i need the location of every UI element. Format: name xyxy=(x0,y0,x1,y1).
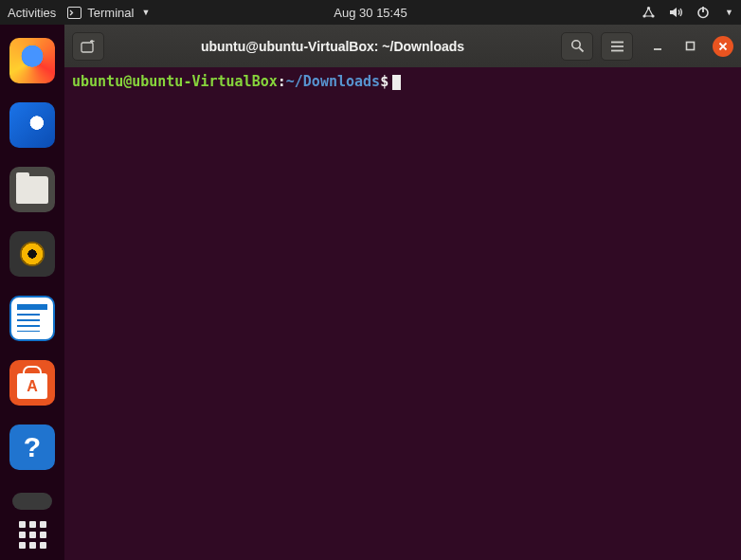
terminal-cursor xyxy=(392,75,401,90)
dock-item-files[interactable] xyxy=(9,167,55,212)
prompt-path: ~/Downloads xyxy=(286,73,380,90)
svg-rect-15 xyxy=(686,43,694,50)
chevron-down-icon: ▼ xyxy=(141,8,150,17)
terminal-icon xyxy=(67,7,81,19)
window-titlebar: ubuntu@ubuntu-VirtualBox: ~/Downloads xyxy=(64,25,741,67)
maximize-button[interactable] xyxy=(680,37,699,56)
prompt-user-host: ubuntu@ubuntu-VirtualBox xyxy=(72,73,278,90)
apps-grid-icon xyxy=(19,521,46,549)
new-tab-icon xyxy=(81,40,96,53)
minimize-icon xyxy=(652,41,663,52)
active-app-menu[interactable]: Terminal ▼ xyxy=(67,6,150,20)
dock-item-help[interactable]: ? xyxy=(9,425,55,470)
dock-item-ubuntu-software[interactable] xyxy=(9,360,55,406)
close-icon xyxy=(718,42,728,51)
prompt-char: $ xyxy=(380,73,389,90)
clock[interactable]: Aug 30 15:45 xyxy=(334,6,407,20)
minimize-button[interactable] xyxy=(648,37,667,56)
system-tray: ▼ xyxy=(642,6,733,19)
svg-point-9 xyxy=(571,41,579,48)
top-bar: Activities Terminal ▼ Aug 30 15:45 ▼ xyxy=(0,0,741,25)
dock-item-firefox[interactable] xyxy=(9,38,55,83)
active-app-label: Terminal xyxy=(87,6,134,20)
topbar-left: Activities Terminal ▼ xyxy=(8,6,150,20)
new-tab-button[interactable] xyxy=(72,32,104,61)
terminal-output[interactable]: ubuntu@ubuntu-VirtualBox:~/Downloads$ xyxy=(64,67,741,560)
power-icon[interactable] xyxy=(696,6,710,19)
search-icon xyxy=(570,39,585,53)
hamburger-icon xyxy=(610,41,624,52)
network-icon[interactable] xyxy=(642,6,656,19)
dock-item-rhythmbox[interactable] xyxy=(9,231,55,277)
search-button[interactable] xyxy=(561,32,593,61)
maximize-icon xyxy=(685,41,696,51)
terminal-window: ubuntu@ubuntu-VirtualBox: ~/Downloads ub… xyxy=(64,25,741,560)
show-applications-button[interactable] xyxy=(0,521,64,549)
volume-icon[interactable] xyxy=(669,6,683,19)
window-title: ubuntu@ubuntu-VirtualBox: ~/Downloads xyxy=(112,39,553,54)
close-button[interactable] xyxy=(713,36,733,57)
svg-rect-0 xyxy=(68,7,81,18)
svg-line-10 xyxy=(579,47,583,51)
window-controls xyxy=(648,36,733,57)
dock-item-thunderbird[interactable] xyxy=(9,102,55,148)
launcher-dock: ? xyxy=(0,25,64,560)
dock-item-libreoffice-writer[interactable] xyxy=(9,296,55,341)
hamburger-menu-button[interactable] xyxy=(601,32,633,61)
chevron-down-icon[interactable]: ▼ xyxy=(725,8,733,17)
prompt-separator: : xyxy=(278,73,286,90)
dock-item-minimized[interactable] xyxy=(12,493,52,510)
svg-rect-6 xyxy=(81,43,93,52)
activities-button[interactable]: Activities xyxy=(8,6,56,20)
